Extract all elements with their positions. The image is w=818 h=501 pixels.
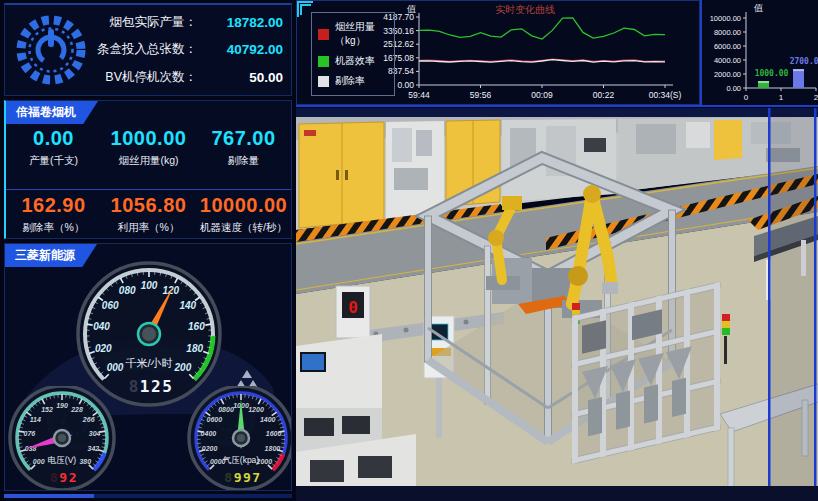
beifu-row-1: 0.00 产量(千支) 1000.00 烟丝用量(kg) 767.00 剔除量	[6, 127, 291, 183]
beifu-cell-utilization: 1056.80 利用率（%）	[101, 194, 196, 242]
svg-text:1: 1	[779, 93, 784, 102]
svg-text:1400: 1400	[260, 416, 276, 423]
svg-text:0600: 0600	[207, 416, 223, 423]
svg-text:190: 190	[56, 402, 68, 409]
metric-value: 767.00	[196, 127, 291, 150]
chart-legend: 烟丝用量（kg） 机器效率 剔除率	[311, 12, 395, 96]
svg-text:020: 020	[95, 343, 112, 354]
svg-text:千米/小时: 千米/小时	[125, 357, 172, 369]
charts-band: 烟丝用量（kg） 机器效率 剔除率 值 实时变化曲线 0.00837.54167…	[296, 0, 818, 107]
production-stats-panel: 烟包实际产量： 18782.00 条盒投入总张数： 40792.00 BV机停机…	[4, 3, 292, 96]
svg-text:10000.00: 10000.00	[710, 14, 741, 23]
svg-text:000: 000	[33, 458, 45, 465]
voltage-gauge: 000038076114152190228266304342380电压(V)89…	[5, 386, 119, 491]
legend-label: 烟丝用量（kg）	[335, 20, 388, 48]
svg-text:00:34(S): 00:34(S)	[649, 90, 682, 100]
legend-swatch-red	[318, 29, 329, 40]
legend-label: 机器效率	[335, 54, 375, 68]
svg-text:2: 2	[814, 93, 818, 102]
bar-chart-panel: 值 0.002000.004000.006000.008000.0010000.…	[700, 0, 818, 105]
factory-scene-render: 0	[296, 108, 818, 501]
factory-power-logo-icon	[11, 10, 91, 90]
svg-text:0: 0	[744, 93, 749, 102]
metric-label: 剔除率（%）	[6, 221, 101, 235]
beifu-panel-title: 倍福卷烟机	[6, 101, 98, 124]
svg-text:266: 266	[82, 416, 95, 423]
bottom-scrollbar-strip[interactable]	[4, 494, 292, 498]
stat-row-bv-stops: BV机停机次数： 50.00	[97, 69, 283, 86]
legend-item-reject: 剔除率	[318, 74, 388, 88]
metric-value: 1000.00	[101, 127, 196, 150]
svg-text:342: 342	[88, 445, 100, 452]
stat-row-carton-input: 条盒投入总张数： 40792.00	[97, 41, 283, 58]
svg-text:080: 080	[119, 285, 136, 296]
svg-text:8000.00: 8000.00	[714, 28, 741, 37]
metric-label: 烟丝用量(kg)	[101, 154, 196, 168]
svg-text:1200: 1200	[248, 406, 264, 413]
pressure-gauge: 0000020004000600080010001200140016001800…	[184, 386, 292, 491]
svg-text:59:56: 59:56	[470, 90, 492, 100]
svg-text:电压(V): 电压(V)	[48, 455, 77, 465]
svg-text:180: 180	[186, 343, 203, 354]
svg-text:4000.00: 4000.00	[714, 56, 741, 65]
svg-text:8997: 8997	[224, 470, 261, 485]
beifu-cell-rejects: 767.00 剔除量	[196, 127, 291, 183]
svg-text:000: 000	[107, 362, 124, 373]
stat-label: BV机停机次数：	[97, 69, 197, 86]
stat-label: 条盒投入总张数：	[97, 41, 197, 58]
svg-text:0400: 0400	[201, 430, 217, 437]
svg-text:040: 040	[93, 321, 110, 332]
svg-text:1600: 1600	[266, 430, 282, 437]
stat-row-pack-output: 烟包实际产量： 18782.00	[97, 14, 283, 31]
metric-label: 机器速度（转/秒）	[196, 221, 291, 235]
stat-label: 烟包实际产量：	[97, 14, 197, 31]
svg-text:00:09: 00:09	[531, 90, 553, 100]
svg-text:076: 076	[24, 430, 36, 437]
metric-value: 162.90	[6, 194, 101, 217]
stat-value: 40792.00	[197, 42, 283, 57]
mitsubishi-panel-title: 三菱新能源	[5, 244, 97, 267]
svg-text:160: 160	[188, 321, 205, 332]
svg-text:100: 100	[141, 280, 158, 291]
scada-dashboard: 烟包实际产量： 18782.00 条盒投入总张数： 40792.00 BV机停机…	[0, 0, 818, 501]
metric-label: 产量(千支)	[6, 154, 101, 168]
svg-text:380: 380	[79, 458, 91, 465]
line-chart-ylabel: 值	[407, 3, 416, 16]
beifu-machine-panel: 倍福卷烟机 0.00 产量(千支) 1000.00 烟丝用量(kg) 767.0…	[4, 100, 292, 239]
stats-rows: 烟包实际产量： 18782.00 条盒投入总张数： 40792.00 BV机停机…	[97, 9, 291, 91]
svg-text:0800: 0800	[218, 406, 234, 413]
mitsubishi-gauges-panel: 三菱新能源 000020040060080100120140160180200千…	[4, 243, 292, 491]
svg-text:6000.00: 6000.00	[714, 42, 741, 51]
stat-value: 18782.00	[197, 15, 283, 30]
svg-text:0.00: 0.00	[726, 84, 741, 93]
beifu-row-2: 162.90 剔除率（%） 1056.80 利用率（%） 10000.00 机器…	[6, 189, 291, 242]
svg-text:152: 152	[41, 406, 53, 413]
legend-swatch-white	[318, 76, 329, 87]
legend-item-tobacco: 烟丝用量（kg）	[318, 20, 388, 48]
stat-value: 50.00	[197, 70, 283, 85]
svg-text:2000.00: 2000.00	[714, 70, 741, 79]
realtime-line-chart-panel: 烟丝用量（kg） 机器效率 剔除率 值 实时变化曲线 0.00837.54167…	[296, 0, 700, 105]
svg-text:114: 114	[30, 416, 41, 423]
svg-text:00:22: 00:22	[593, 90, 615, 100]
bar-chart-ylabel: 值	[754, 2, 763, 15]
svg-text:228: 228	[70, 406, 83, 413]
svg-text:304: 304	[89, 430, 101, 437]
svg-text:0200: 0200	[202, 445, 218, 452]
svg-text:892: 892	[50, 470, 78, 485]
svg-text:060: 060	[102, 300, 119, 311]
svg-text:1800: 1800	[265, 445, 281, 452]
line-chart-title: 实时变化曲线	[495, 3, 555, 17]
beifu-cell-output: 0.00 产量(千支)	[6, 127, 101, 183]
beifu-cell-tobacco: 1000.00 烟丝用量(kg)	[101, 127, 196, 183]
beifu-cell-reject-rate: 162.90 剔除率（%）	[6, 194, 101, 242]
svg-text:200: 200	[174, 362, 192, 373]
legend-label: 剔除率	[335, 74, 365, 88]
legend-item-efficiency: 机器效率	[318, 54, 388, 68]
svg-text:140: 140	[179, 300, 196, 311]
factory-3d-viewport[interactable]: 0	[296, 108, 818, 501]
logo-wrap	[5, 10, 97, 90]
svg-text:2700.00: 2700.00	[790, 57, 818, 66]
metric-label: 剔除量	[196, 154, 291, 168]
metric-value: 10000.00	[196, 194, 291, 217]
